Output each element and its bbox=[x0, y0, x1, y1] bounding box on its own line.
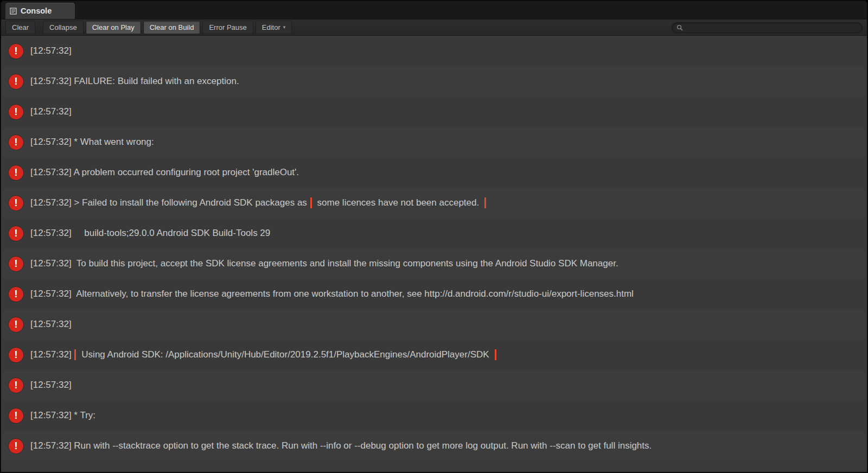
clear-on-play-button[interactable]: Clear on Play bbox=[86, 21, 141, 34]
log-row[interactable]: ![12:57:32] Run with --stacktrace option… bbox=[1, 431, 867, 461]
toolbar-button-label: Clear on Play bbox=[92, 23, 135, 31]
log-message-text: [12:57:32] FAILURE: Build failed with an… bbox=[30, 76, 239, 86]
log-row[interactable]: ![12:57:32] build-tools;29.0.0 Android S… bbox=[1, 218, 867, 248]
error-icon: ! bbox=[9, 74, 23, 89]
error-icon: ! bbox=[9, 287, 23, 302]
log-message-text: [12:57:32] bbox=[30, 319, 72, 329]
error-icon: ! bbox=[9, 135, 23, 150]
log-message-text: [12:57:32] > Failed to install the follo… bbox=[30, 197, 310, 208]
log-message: [12:57:32] Alternatively, to transfer th… bbox=[30, 289, 634, 299]
log-message-text: [12:57:32] bbox=[30, 46, 72, 56]
log-message: [12:57:32] bbox=[30, 106, 72, 117]
error-icon: ! bbox=[9, 348, 23, 362]
log-row[interactable]: ![12:57:32] Alternatively, to transfer t… bbox=[1, 279, 867, 309]
chevron-down-icon: ▾ bbox=[283, 25, 286, 30]
toolbar-button-label: Clear on Build bbox=[150, 23, 194, 31]
search-icon bbox=[676, 24, 683, 31]
log-message: [12:57:32] Using Android SDK: /Applicati… bbox=[30, 349, 496, 360]
log-message: [12:57:32] A problem occurred configurin… bbox=[30, 167, 299, 178]
error-icon: ! bbox=[9, 44, 23, 59]
log-message-text: [12:57:32] Run with --stacktrace option … bbox=[30, 440, 652, 451]
log-row[interactable]: ![12:57:32] > Failed to install the foll… bbox=[1, 188, 867, 218]
annotation-highlight: some licences have not been accepted. bbox=[310, 197, 487, 208]
error-icon: ! bbox=[9, 408, 23, 423]
collapse-button[interactable]: Collapse bbox=[43, 21, 84, 34]
log-row[interactable]: ![12:57:32] bbox=[1, 97, 867, 127]
error-icon: ! bbox=[9, 317, 23, 332]
log-message-text: [12:57:32] * Try: bbox=[30, 410, 95, 420]
toolbar-button-label: Collapse bbox=[49, 23, 77, 31]
log-message: [12:57:32] > Failed to install the follo… bbox=[30, 197, 486, 208]
editor-dropdown[interactable]: Editor▾ bbox=[256, 21, 292, 34]
log-row[interactable]: ![12:57:32] bbox=[1, 370, 867, 400]
log-row[interactable]: ![12:57:32] * What went wrong: bbox=[1, 127, 867, 157]
log-message-text: [12:57:32] bbox=[30, 349, 74, 360]
log-row[interactable]: ![12:57:32] * Try: bbox=[1, 400, 867, 431]
log-row[interactable]: ![12:57:32] bbox=[1, 36, 867, 66]
tab-bar: Console bbox=[1, 1, 867, 20]
annotation-highlight: Using Android SDK: /Applications/Unity/H… bbox=[74, 349, 496, 360]
log-row[interactable]: ![12:57:32] To build this project, accep… bbox=[1, 248, 867, 279]
clear-on-build-button[interactable]: Clear on Build bbox=[143, 21, 201, 34]
log-message: [12:57:32] build-tools;29.0.0 Android SD… bbox=[30, 228, 270, 239]
log-message: [12:57:32] bbox=[30, 380, 72, 391]
log-message: [12:57:32] bbox=[30, 46, 72, 56]
log-message-text: [12:57:32] To build this project, accept… bbox=[30, 258, 618, 269]
error-icon: ! bbox=[9, 378, 23, 393]
error-icon: ! bbox=[9, 257, 23, 271]
log-message-text: [12:57:32] A problem occurred configurin… bbox=[30, 167, 299, 177]
log-message: [12:57:32] To build this project, accept… bbox=[30, 258, 618, 269]
error-icon: ! bbox=[9, 165, 23, 180]
console-window: Console ClearCollapseClear on PlayClear … bbox=[0, 0, 868, 473]
log-message-text: [12:57:32] * What went wrong: bbox=[30, 137, 154, 147]
log-message: [12:57:32] * What went wrong: bbox=[30, 137, 154, 148]
log-message: [12:57:32] bbox=[30, 319, 72, 330]
log-message-text: [12:57:32] build-tools;29.0.0 Android SD… bbox=[30, 228, 270, 238]
log-message-text: [12:57:32] bbox=[30, 106, 72, 117]
log-message: [12:57:32] * Try: bbox=[30, 410, 95, 421]
log-list: ![12:57:32]![12:57:32] FAILURE: Build fa… bbox=[1, 36, 867, 472]
search-input[interactable] bbox=[686, 23, 858, 33]
error-icon: ! bbox=[9, 226, 23, 241]
tab-label: Console bbox=[21, 7, 52, 15]
toolbar-button-label: Editor bbox=[262, 23, 280, 31]
toolbar-button-label: Error Pause bbox=[209, 23, 246, 31]
error-icon: ! bbox=[9, 105, 23, 119]
search-box[interactable] bbox=[672, 22, 863, 33]
log-row[interactable]: ![12:57:32] bbox=[1, 309, 867, 340]
log-row[interactable]: ![12:57:32] FAILURE: Build failed with a… bbox=[1, 66, 867, 97]
log-message-text: [12:57:32] Alternatively, to transfer th… bbox=[30, 289, 634, 299]
log-row[interactable]: ![12:57:32] Using Android SDK: /Applicat… bbox=[1, 340, 867, 370]
log-message: [12:57:32] Run with --stacktrace option … bbox=[30, 440, 652, 451]
clear-button[interactable]: Clear bbox=[5, 21, 35, 34]
error-icon: ! bbox=[9, 439, 23, 453]
error-pause-button[interactable]: Error Pause bbox=[202, 21, 253, 34]
log-row[interactable]: ![12:57:32] A problem occurred configuri… bbox=[1, 157, 867, 188]
toolbar: ClearCollapseClear on PlayClear on Build… bbox=[1, 20, 867, 36]
log-message-text: [12:57:32] bbox=[30, 380, 72, 390]
log-message: [12:57:32] FAILURE: Build failed with an… bbox=[30, 76, 239, 87]
tab-console[interactable]: Console bbox=[5, 3, 75, 19]
error-icon: ! bbox=[9, 196, 23, 210]
console-tab-icon bbox=[10, 8, 17, 15]
toolbar-button-label: Clear bbox=[12, 23, 29, 31]
